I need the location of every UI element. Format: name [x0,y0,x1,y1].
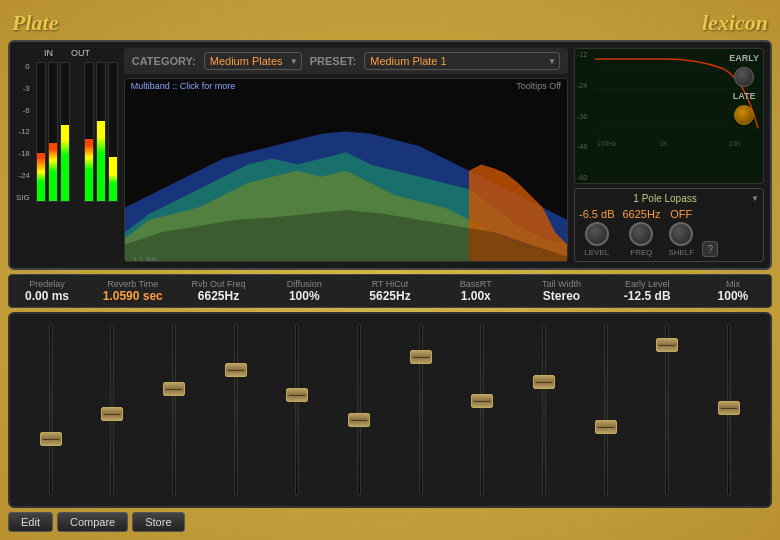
svg-text:100Hz: 100Hz [597,140,618,147]
early-label: EARLY [729,53,759,63]
vu-out-group [84,62,118,202]
vu-bar-out-3 [108,62,118,202]
fader-handle-3[interactable] [163,382,185,396]
compare-button[interactable]: Compare [57,512,128,532]
fader-track-1 [39,324,63,496]
fader-rail-6 [357,324,361,496]
param-reverb-time[interactable]: Reverb Time 1.0590 sec [103,279,163,303]
category-bar: CATEGORY: Medium Plates ▼ PRESET: Medium… [124,48,568,74]
fader-handle-8[interactable] [471,394,493,408]
reverb-time-value: 1.0590 sec [103,289,163,303]
param-tail-width[interactable]: Tail Width Stereo [531,279,591,303]
fader-handle-5[interactable] [286,388,308,402]
fader-track-11 [655,324,679,496]
help-button[interactable]: ? [702,241,718,257]
fader-rail-1 [49,324,53,496]
fader-rail-11 [665,324,669,496]
store-button[interactable]: Store [132,512,184,532]
param-rvb-out-freq[interactable]: Rvb Out Freq 6625Hz [189,279,249,303]
diffusion-value: 100% [289,289,320,303]
early-late-controls: EARLY LATE [729,53,759,125]
fader-track-8 [470,324,494,496]
category-label: CATEGORY: [132,55,196,67]
svg-text:10K: 10K [728,140,741,147]
bassrt-label: BassRT [460,279,492,289]
fader-handle-10[interactable] [595,420,617,434]
fader-rail-2 [110,324,114,496]
fader-handle-7[interactable] [410,350,432,364]
bottom-bar: Edit Compare Store [8,508,772,532]
fader-track-6 [347,324,371,496]
filter-level: -6.5 dB LEVEL [579,208,614,257]
vu-in-label: IN [44,48,53,58]
early-level-value: -12.5 dB [624,289,671,303]
filter-level-value: -6.5 dB [579,208,614,220]
fader-handle-4[interactable] [225,363,247,377]
param-bassrt[interactable]: BassRT 1.00x [446,279,506,303]
edit-button[interactable]: Edit [8,512,53,532]
vu-bar-in-2 [48,62,58,202]
fader-rail-7 [419,324,423,496]
vu-labels: IN OUT [44,48,90,58]
eq-panel: -12 -24 -36 -48 -60 100Hz 1K [574,48,764,262]
vu-meters: 0 -3 -6 -12 -18 -24 SIG [16,62,118,202]
filter-freq-value: 6625Hz [622,208,660,220]
rt-hicut-label: RT HiCut [372,279,409,289]
preset-select-wrapper[interactable]: Medium Plate 1 ▼ [364,52,560,70]
filter-shelf-knob[interactable] [669,222,693,246]
early-knob[interactable] [734,67,754,87]
param-early-level[interactable]: Early Level -12.5 dB [617,279,677,303]
fader-rail-8 [480,324,484,496]
fader-track-7 [409,324,433,496]
fader-handle-12[interactable] [718,401,740,415]
rt-hicut-value: 5625Hz [369,289,410,303]
fader-handle-2[interactable] [101,407,123,421]
fader-handle-11[interactable] [656,338,678,352]
filter-freq-knob[interactable] [629,222,653,246]
tooltips-label: Tooltips Off [516,81,561,91]
filter-freq: 6625Hz FREQ [622,208,660,257]
fader-handle-9[interactable] [533,375,555,389]
vu-bar-in-3 [60,62,70,202]
reverb-time-label: Reverb Time [107,279,158,289]
filter-shelf-value: OFF [670,208,692,220]
param-predelay[interactable]: Predelay 0.00 ms [17,279,77,303]
eq-display: -12 -24 -36 -48 -60 100Hz 1K [574,48,764,184]
late-label: LATE [733,91,756,101]
svg-text:12.8K: 12.8K [132,254,158,262]
spectrum-header-left: Multiband :: Click for more [131,81,236,91]
app-title-lexicon: lexicon [702,10,768,36]
spectrum-svg: 12.8K [125,97,567,262]
fader-rail-10 [604,324,608,496]
category-select-wrapper[interactable]: Medium Plates ▼ [204,52,302,70]
spectrum-area[interactable]: Multiband :: Click for more Tooltips Off [124,78,568,262]
param-bar: Predelay 0.00 ms Reverb Time 1.0590 sec … [8,274,772,308]
rvb-out-freq-label: Rvb Out Freq [192,279,246,289]
vu-section: IN OUT 0 -3 -6 -12 -18 -24 SIG [16,48,118,262]
preset-select[interactable]: Medium Plate 1 [364,52,560,70]
vu-bar-out-1 [84,62,94,202]
filter-level-knob[interactable] [585,222,609,246]
spectrum-header: Multiband :: Click for more Tooltips Off [125,79,567,93]
svg-text:1K: 1K [659,140,668,147]
param-mix[interactable]: Mix 100% [703,279,763,303]
vu-bar-out-2 [96,62,106,202]
vu-in-group [36,62,70,202]
fader-handle-1[interactable] [40,432,62,446]
filter-section: 1 Pole Lopass ▼ -6.5 dB LEVEL 6625Hz FRE… [574,188,764,262]
param-rt-hicut[interactable]: RT HiCut 5625Hz [360,279,420,303]
filter-title: 1 Pole Lopass [579,193,751,204]
category-select[interactable]: Medium Plates [204,52,302,70]
filter-header: 1 Pole Lopass ▼ [579,193,759,204]
diffusion-label: Diffusion [287,279,322,289]
late-knob[interactable] [734,105,754,125]
fader-track-3 [162,324,186,496]
predelay-label: Predelay [29,279,65,289]
app-title-plate: Plate [12,10,58,36]
filter-dropdown-icon[interactable]: ▼ [751,194,759,203]
fader-track-12 [717,324,741,496]
fader-handle-6[interactable] [348,413,370,427]
filter-level-label: LEVEL [584,248,609,257]
fader-rail-9 [542,324,546,496]
param-diffusion[interactable]: Diffusion 100% [274,279,334,303]
